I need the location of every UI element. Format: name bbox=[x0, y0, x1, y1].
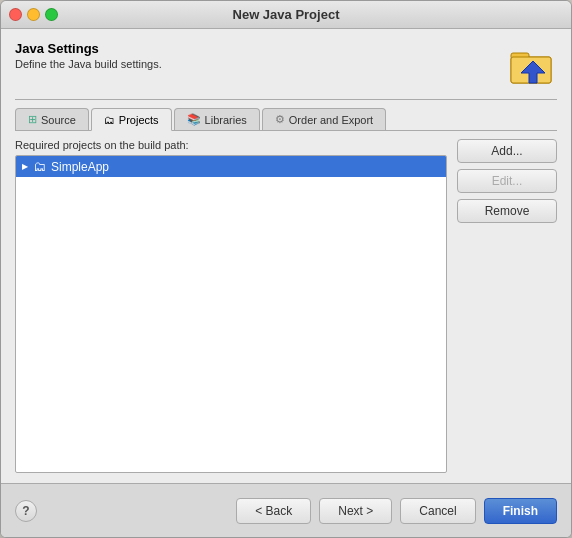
maximize-button[interactable] bbox=[45, 8, 58, 21]
finish-button[interactable]: Finish bbox=[484, 498, 557, 524]
window: New Java Project Java Settings Define th… bbox=[0, 0, 572, 538]
projects-tab-icon: 🗂 bbox=[104, 114, 115, 126]
back-button[interactable]: < Back bbox=[236, 498, 311, 524]
tab-libraries[interactable]: 📚 Libraries bbox=[174, 108, 260, 130]
source-tab-icon: ⊞ bbox=[28, 113, 37, 126]
content-area: Java Settings Define the Java build sett… bbox=[1, 29, 571, 483]
edit-button[interactable]: Edit... bbox=[457, 169, 557, 193]
project-item-label: SimpleApp bbox=[51, 160, 109, 174]
expand-arrow-icon: ▶ bbox=[22, 162, 28, 171]
remove-button[interactable]: Remove bbox=[457, 199, 557, 223]
help-button[interactable]: ? bbox=[15, 500, 37, 522]
source-tab-label: Source bbox=[41, 114, 76, 126]
right-panel: Add... Edit... Remove bbox=[457, 139, 557, 473]
traffic-lights bbox=[9, 8, 58, 21]
libraries-tab-icon: 📚 bbox=[187, 113, 201, 126]
tabs-row: ⊞ Source 🗂 Projects 📚 Libraries ⚙ Order … bbox=[15, 108, 557, 131]
footer-buttons: < Back Next > Cancel Finish bbox=[236, 498, 557, 524]
project-list[interactable]: ▶ 🗂 SimpleApp bbox=[15, 155, 447, 473]
minimize-button[interactable] bbox=[27, 8, 40, 21]
header-text: Java Settings Define the Java build sett… bbox=[15, 41, 509, 70]
main-panel: Required projects on the build path: ▶ 🗂… bbox=[15, 139, 557, 473]
left-panel: Required projects on the build path: ▶ 🗂… bbox=[15, 139, 447, 473]
window-title: New Java Project bbox=[233, 7, 340, 22]
titlebar: New Java Project bbox=[1, 1, 571, 29]
list-item[interactable]: ▶ 🗂 SimpleApp bbox=[16, 156, 446, 177]
header-separator bbox=[15, 99, 557, 100]
header-icon bbox=[509, 41, 557, 89]
footer: ? < Back Next > Cancel Finish bbox=[1, 483, 571, 537]
folder-icon bbox=[509, 41, 557, 89]
add-button[interactable]: Add... bbox=[457, 139, 557, 163]
header-section: Java Settings Define the Java build sett… bbox=[15, 41, 557, 89]
order-export-tab-icon: ⚙ bbox=[275, 113, 285, 126]
libraries-tab-label: Libraries bbox=[205, 114, 247, 126]
close-button[interactable] bbox=[9, 8, 22, 21]
page-description: Define the Java build settings. bbox=[15, 58, 509, 70]
next-button[interactable]: Next > bbox=[319, 498, 392, 524]
project-item-icon: 🗂 bbox=[33, 159, 46, 174]
cancel-button[interactable]: Cancel bbox=[400, 498, 475, 524]
build-path-label: Required projects on the build path: bbox=[15, 139, 447, 151]
order-export-tab-label: Order and Export bbox=[289, 114, 373, 126]
tab-projects[interactable]: 🗂 Projects bbox=[91, 108, 172, 131]
page-title: Java Settings bbox=[15, 41, 509, 56]
tab-order-export[interactable]: ⚙ Order and Export bbox=[262, 108, 386, 130]
tab-source[interactable]: ⊞ Source bbox=[15, 108, 89, 130]
projects-tab-label: Projects bbox=[119, 114, 159, 126]
